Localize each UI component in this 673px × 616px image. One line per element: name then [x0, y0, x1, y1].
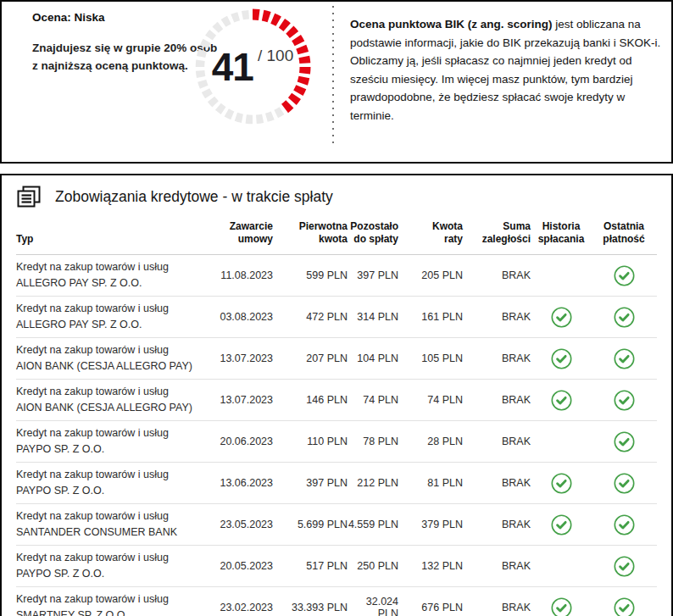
cell-last-payment [592, 265, 656, 286]
cell-type: Kredyt na zakup towarów i usług AION BAN… [16, 342, 207, 375]
cell-installment-amount: 74 PLN [398, 394, 463, 406]
credit-type-label: Kredyt na zakup towarów i usług [16, 384, 207, 400]
cell-remaining-amount: 314 PLN [348, 311, 398, 323]
section-header: Zobowiązania kredytowe - w trakcie spłat… [16, 175, 657, 217]
cell-arrears: BRAK [463, 352, 531, 364]
cell-installment-amount: 28 PLN [398, 436, 463, 447]
credit-type-label: Kredyt na zakup towarów i usług [16, 259, 207, 275]
cell-agreement-date: 11.08.2023 [207, 269, 273, 281]
cell-last-payment [592, 348, 656, 369]
credit-type-label: Kredyt na zakup towarów i usług [16, 342, 207, 358]
cell-type: Kredyt na zakup towarów i usług PAYPO SP… [16, 467, 207, 499]
cell-type: Kredyt na zakup towarów i usług SMARTNEY… [16, 591, 207, 616]
column-header-typ: Typ [16, 233, 207, 246]
check-circle-icon [614, 307, 635, 328]
check-circle-icon [614, 431, 635, 452]
cell-last-payment [592, 473, 656, 494]
creditor-name: AION BANK (CESJA ALLEGRO PAY) [16, 358, 207, 375]
check-circle-icon [614, 556, 635, 577]
cell-original-amount: 472 PLN [273, 311, 348, 323]
cell-type: Kredyt na zakup towarów i usług PAYPO SP… [16, 425, 207, 458]
check-circle-icon [614, 514, 635, 536]
table-row[interactable]: Kredyt na zakup towarów i usług PAYPO SP… [16, 421, 657, 463]
cell-remaining-amount: 4.559 PLN [348, 519, 398, 530]
cell-remaining-amount: 32.024 PLN [348, 596, 398, 616]
creditor-name: PAYPO SP. Z O.O. [16, 483, 207, 499]
cell-payment-history [531, 307, 592, 328]
column-header-pierwotna-kwota: Pierwotna kwota [273, 220, 348, 246]
creditor-name: PAYPO SP. Z O.O. [16, 441, 207, 458]
cell-payment-history [531, 348, 592, 369]
score-group-text: Znajdujesz się w grupie 20% osób z najni… [32, 39, 217, 75]
check-circle-icon [614, 265, 635, 286]
cell-remaining-amount: 397 PLN [348, 269, 398, 281]
table-row[interactable]: Kredyt na zakup towarów i usług ALLEGRO … [16, 255, 657, 297]
score-description-lead: Ocena punktowa BIK (z ang. scoring) [350, 18, 553, 31]
cell-original-amount: 397 PLN [273, 477, 348, 489]
check-circle-icon [551, 348, 572, 369]
table-row[interactable]: Kredyt na zakup towarów i usług SANTANDE… [16, 504, 657, 546]
cell-agreement-date: 13.07.2023 [207, 394, 273, 406]
cell-installment-amount: 676 PLN [398, 602, 463, 613]
cell-type: Kredyt na zakup towarów i usług ALLEGRO … [16, 301, 207, 333]
cell-original-amount: 146 PLN [273, 394, 348, 406]
cell-installment-amount: 205 PLN [398, 269, 463, 281]
score-rating-label: Ocena: Niska [32, 11, 217, 24]
column-header-suma-zaleglosci: Suma zaległości [463, 220, 531, 246]
cell-arrears: BRAK [463, 477, 531, 489]
cell-remaining-amount: 212 PLN [348, 477, 398, 489]
cell-installment-amount: 105 PLN [398, 352, 463, 364]
cell-agreement-date: 13.07.2023 [207, 352, 273, 364]
table-row[interactable]: Kredyt na zakup towarów i usług AION BAN… [16, 338, 657, 380]
cell-original-amount: 110 PLN [273, 436, 348, 447]
cell-remaining-amount: 104 PLN [348, 352, 398, 364]
table-row[interactable]: Kredyt na zakup towarów i usług ALLEGRO … [16, 297, 657, 338]
table-row[interactable]: Kredyt na zakup towarów i usług PAYPO SP… [16, 546, 657, 587]
cell-payment-history [531, 473, 592, 494]
table-row[interactable]: Kredyt na zakup towarów i usług AION BAN… [16, 380, 657, 421]
cell-remaining-amount: 250 PLN [348, 560, 398, 572]
cell-payment-history [531, 597, 592, 616]
cell-installment-amount: 132 PLN [398, 560, 463, 572]
cell-payment-history [531, 514, 592, 536]
cell-last-payment [592, 514, 656, 536]
score-summary: Ocena: Niska Znajdujesz się w grupie 20%… [32, 11, 217, 75]
gauge-max: / 100 [258, 47, 293, 65]
cell-installment-amount: 379 PLN [398, 519, 463, 530]
check-circle-icon [551, 473, 572, 494]
cell-last-payment [592, 390, 656, 411]
credit-type-label: Kredyt na zakup towarów i usług [16, 467, 207, 483]
cell-agreement-date: 23.05.2023 [207, 519, 273, 530]
cell-original-amount: 5.699 PLN [273, 519, 348, 530]
cell-type: Kredyt na zakup towarów i usług AION BAN… [16, 384, 207, 416]
vertical-dotted-divider [332, 6, 334, 147]
creditor-name: SANTANDER CONSUMER BANK [16, 524, 207, 541]
cell-arrears: BRAK [463, 602, 531, 613]
cell-payment-history [531, 556, 592, 577]
cell-agreement-date: 13.06.2023 [207, 477, 273, 489]
cell-agreement-date: 03.08.2023 [207, 311, 273, 323]
cell-last-payment [592, 431, 656, 452]
cell-arrears: BRAK [463, 519, 531, 530]
cell-original-amount: 517 PLN [273, 560, 348, 572]
table-row[interactable]: Kredyt na zakup towarów i usług SMARTNEY… [16, 587, 657, 616]
cell-remaining-amount: 74 PLN [348, 394, 398, 406]
cell-payment-history [531, 265, 592, 286]
credit-type-label: Kredyt na zakup towarów i usług [16, 591, 207, 608]
cell-arrears: BRAK [463, 436, 531, 447]
table-body: Kredyt na zakup towarów i usług ALLEGRO … [16, 255, 657, 616]
table-row[interactable]: Kredyt na zakup towarów i usług PAYPO SP… [16, 463, 657, 504]
cell-type: Kredyt na zakup towarów i usług PAYPO SP… [16, 550, 207, 582]
cell-payment-history [531, 390, 592, 411]
cell-arrears: BRAK [463, 560, 531, 572]
creditor-name: ALLEGRO PAY SP. Z O.O. [16, 275, 207, 291]
creditor-name: ALLEGRO PAY SP. Z O.O. [16, 317, 207, 333]
check-circle-icon [551, 597, 572, 616]
credit-type-label: Kredyt na zakup towarów i usług [16, 508, 207, 524]
check-circle-icon [551, 514, 572, 536]
cell-last-payment [592, 556, 656, 577]
table-header-row: Typ Zawarcie umowy Pierwotna kwota Pozos… [16, 217, 657, 255]
column-header-historia-splacania: Historia spłacania [531, 220, 592, 246]
section-title: Zobowiązania kredytowe - w trakcie spłat… [55, 188, 333, 206]
credit-type-label: Kredyt na zakup towarów i usług [16, 301, 207, 317]
